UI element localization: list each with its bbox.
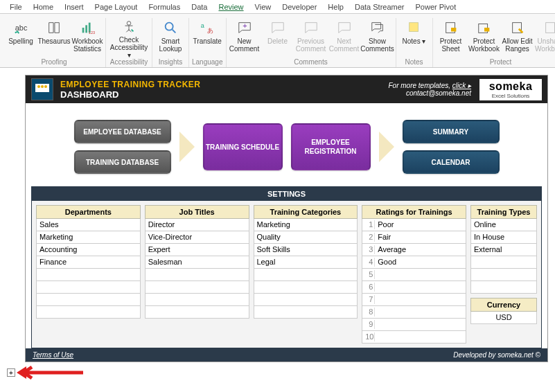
spelling-icon: abc — [12, 19, 29, 36]
comment-next-icon — [336, 19, 353, 36]
settings-cell[interactable]: Marketing — [254, 219, 358, 231]
settings-cell[interactable] — [470, 269, 537, 281]
delete-comment-button: Delete — [263, 18, 293, 57]
settings-cell[interactable] — [145, 281, 249, 294]
settings-cell[interactable]: 6 — [362, 281, 466, 294]
tab-power-pivot[interactable]: Power Pivot — [410, 1, 462, 13]
settings-cell[interactable] — [470, 256, 537, 269]
workbook-statistics-button[interactable]: 123Workbook Statistics — [72, 18, 103, 57]
employee-database-button[interactable]: EMPLOYEE DATABASE — [74, 120, 171, 143]
new-comment-button[interactable]: +New Comment — [229, 18, 260, 57]
tab-data[interactable]: Data — [186, 1, 213, 13]
tab-file[interactable]: File — [4, 1, 28, 13]
settings-cell[interactable]: Accounting — [36, 244, 141, 256]
brand-badge: someka Excel Solutions — [479, 79, 542, 100]
training-types-column: Training Types OnlineIn HouseExternal Cu… — [470, 205, 537, 344]
settings-cell[interactable] — [470, 281, 537, 294]
settings-cell[interactable]: 4Good — [362, 256, 466, 269]
settings-cell[interactable] — [36, 269, 141, 281]
calendar-button[interactable]: CALENDAR — [403, 150, 500, 174]
notes-button[interactable]: Notes ▾ — [399, 18, 430, 57]
settings-cell[interactable]: Marketing — [36, 231, 141, 244]
settings-cell[interactable]: Salesman — [145, 256, 249, 269]
template-footer: Terms of Use Developed by someka.net © — [26, 348, 547, 362]
training-database-button[interactable]: TRAINING DATABASE — [74, 150, 171, 174]
tab-insert[interactable]: Insert — [59, 1, 89, 13]
terms-link[interactable]: Terms of Use — [33, 351, 73, 359]
settings-cell[interactable]: 8 — [362, 306, 466, 319]
training-schedule-button[interactable]: TRAINING SCHEDULE — [203, 123, 283, 170]
thesaurus-button[interactable]: Thesaurus — [39, 18, 69, 57]
settings-cell[interactable]: Soft Skills — [254, 244, 358, 256]
allow-edit-ranges-button[interactable]: Allow Edit Ranges — [502, 18, 533, 57]
settings-cell[interactable]: 7 — [362, 294, 466, 306]
settings-cell[interactable] — [145, 306, 249, 319]
show-comments-button[interactable]: Show Comments — [362, 18, 393, 57]
tab-help[interactable]: Help — [322, 1, 349, 13]
settings-cell[interactable]: 9 — [362, 319, 466, 331]
spelling-button[interactable]: abcSpelling — [6, 18, 36, 57]
tab-page-layout[interactable]: Page Layout — [89, 1, 143, 13]
protect-sheet-button[interactable]: Protect Sheet — [436, 18, 466, 57]
settings-cell[interactable] — [145, 294, 249, 306]
tab-developer[interactable]: Developer — [276, 1, 322, 13]
svg-point-19 — [41, 85, 44, 88]
settings-cell[interactable]: 1Poor — [362, 219, 466, 231]
ribbon-tabs: File Home Insert Page Layout Formulas Da… — [0, 0, 555, 14]
settings-cell[interactable]: Quality — [254, 231, 358, 244]
check-accessibility-button[interactable]: Check Accessibility ▾ — [109, 18, 149, 57]
worksheet-area[interactable]: EMPLOYEE TRAINING TRACKER DASHBOARD For … — [0, 68, 555, 362]
settings-cell[interactable] — [145, 269, 249, 281]
settings-cell[interactable]: In House — [470, 231, 537, 244]
settings-cell[interactable]: Finance — [36, 256, 141, 269]
smart-lookup-button[interactable]: Smart Lookup — [155, 18, 186, 57]
template-header: EMPLOYEE TRAINING TRACKER DASHBOARD For … — [26, 75, 547, 103]
settings-cell[interactable]: Online — [470, 219, 537, 231]
settings-cell[interactable] — [254, 269, 358, 281]
group-comments: Comments — [294, 57, 327, 67]
settings-cell[interactable]: 2Fair — [362, 231, 466, 244]
settings-cell[interactable]: Legal — [254, 256, 358, 269]
departments-column: Departments SalesMarketingAccountingFina… — [36, 205, 141, 344]
tab-formulas[interactable]: Formulas — [143, 1, 186, 13]
svg-point-6 — [166, 23, 173, 30]
accessibility-icon — [121, 19, 137, 35]
settings-cell[interactable] — [254, 281, 358, 294]
settings-cell[interactable]: Sales — [36, 219, 141, 231]
stats-icon: 123 — [79, 19, 96, 36]
settings-cell[interactable]: Director — [145, 219, 249, 231]
tab-review[interactable]: Review — [213, 1, 249, 13]
currency-cell[interactable]: USD — [470, 312, 537, 324]
svg-text:123: 123 — [89, 30, 95, 35]
next-comment-button: Next Comment — [329, 18, 360, 57]
tab-home[interactable]: Home — [28, 1, 59, 13]
svg-rect-2 — [85, 25, 87, 33]
search-icon — [162, 19, 179, 36]
settings-cell[interactable]: 3Average — [362, 244, 466, 256]
settings-cell[interactable] — [36, 294, 141, 306]
outline-expand-button[interactable]: + — [7, 368, 15, 377]
settings-cell[interactable] — [254, 306, 358, 319]
protect-workbook-button[interactable]: Protect Workbook — [469, 18, 500, 57]
training-types-header: Training Types — [470, 205, 537, 219]
settings-cell[interactable]: External — [470, 244, 537, 256]
svg-rect-1 — [82, 28, 85, 33]
settings-cell[interactable]: 5 — [362, 269, 466, 281]
book-icon — [46, 19, 62, 36]
settings-cell[interactable]: 10 — [362, 331, 466, 344]
settings-cell[interactable]: Expert — [145, 244, 249, 256]
settings-cell[interactable]: Vice-Director — [145, 231, 249, 244]
job-titles-column: Job Titles DirectorVice-DirectorExpertSa… — [145, 205, 249, 344]
tab-data-streamer[interactable]: Data Streamer — [349, 1, 410, 13]
settings-cell[interactable] — [36, 281, 141, 294]
settings-cell[interactable] — [254, 294, 358, 306]
settings-cell[interactable] — [36, 306, 141, 319]
more-templates-link[interactable]: click ▸ — [452, 82, 471, 89]
nav-flow: EMPLOYEE DATABASE TRAINING DATABASE TRAI… — [26, 103, 547, 186]
summary-button[interactable]: SUMMARY — [403, 120, 500, 143]
tab-view[interactable]: View — [249, 1, 277, 13]
currency-header: Currency — [470, 298, 537, 312]
comment-prev-icon — [303, 19, 319, 36]
employee-registration-button[interactable]: EMPLOYEE REGISTRATION — [291, 123, 371, 170]
translate-button[interactable]: aあTranslate — [192, 18, 222, 57]
